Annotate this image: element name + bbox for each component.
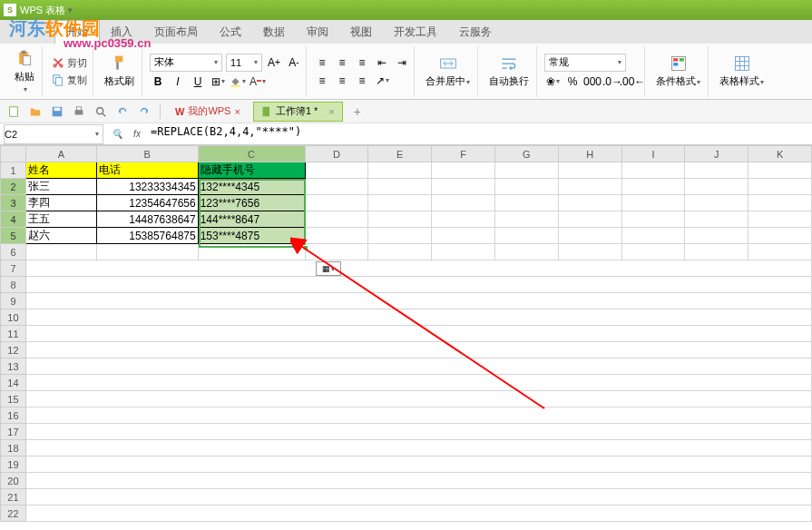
redo-button[interactable]: [136, 103, 152, 120]
cell[interactable]: [368, 228, 432, 244]
cell[interactable]: 13233334345: [96, 179, 198, 195]
cell[interactable]: [621, 244, 685, 260]
row-header[interactable]: 3: [1, 195, 26, 211]
indent-dec-button[interactable]: ⇤: [374, 54, 390, 71]
inc-decimal-button[interactable]: .0→: [604, 74, 621, 90]
cell[interactable]: [305, 228, 368, 244]
cell[interactable]: [558, 211, 621, 228]
select-all-corner[interactable]: [1, 146, 26, 162]
cut-button[interactable]: 剪切: [50, 55, 89, 71]
row-header[interactable]: 15: [1, 391, 26, 407]
cell[interactable]: 12354647656: [96, 195, 198, 211]
menu-cloud[interactable]: 云服务: [448, 21, 503, 44]
decrease-font-button[interactable]: A-: [286, 54, 302, 71]
cell[interactable]: [305, 211, 368, 228]
cell[interactable]: [748, 228, 812, 244]
col-header-I[interactable]: I: [621, 146, 685, 162]
formula-input[interactable]: =REPLACE(B2,4,4,"****"): [147, 125, 812, 143]
cell[interactable]: [558, 228, 621, 244]
fx-search-icon[interactable]: 🔍: [109, 126, 125, 142]
row-header[interactable]: 1: [1, 162, 26, 179]
cell[interactable]: [368, 244, 432, 260]
undo-button[interactable]: [114, 103, 131, 120]
comma-button[interactable]: 000: [584, 74, 601, 90]
cell[interactable]: [494, 195, 558, 211]
cell[interactable]: [305, 162, 368, 179]
cell[interactable]: [25, 293, 811, 309]
row-header[interactable]: 10: [1, 309, 26, 326]
align-top-button[interactable]: ≡: [314, 54, 330, 71]
cell[interactable]: [558, 179, 621, 195]
row-header[interactable]: 12: [1, 342, 26, 358]
row-header[interactable]: 14: [1, 375, 26, 391]
copy-button[interactable]: 复制: [50, 73, 89, 88]
menu-layout[interactable]: 页面布局: [143, 21, 209, 44]
tab-my-wps[interactable]: W 我的WPS ×: [168, 102, 248, 122]
close-icon[interactable]: ×: [328, 106, 334, 117]
preview-button[interactable]: [93, 103, 109, 120]
row-header[interactable]: 18: [1, 440, 26, 456]
cell[interactable]: [368, 211, 432, 228]
cell[interactable]: [25, 456, 811, 473]
cell[interactable]: [25, 277, 811, 293]
cell[interactable]: [25, 473, 811, 489]
cell[interactable]: [748, 211, 812, 228]
cell[interactable]: [25, 407, 811, 424]
indent-inc-button[interactable]: ⇥: [394, 54, 410, 71]
menu-dev[interactable]: 开发工具: [383, 21, 448, 44]
sheet-area[interactable]: A B C D E F G H I J K 1姓名电话隐藏手机号 2张三1323…: [0, 145, 812, 530]
cell[interactable]: 王五: [25, 211, 96, 228]
table-style-button[interactable]: 表格样式▾: [712, 46, 771, 97]
cell[interactable]: [621, 228, 685, 244]
cell[interactable]: 153****4875: [198, 228, 305, 244]
col-header-K[interactable]: K: [748, 146, 812, 162]
format-painter-button[interactable]: 格式刷: [97, 46, 142, 97]
cell[interactable]: 123****7656: [198, 195, 305, 211]
cell[interactable]: [685, 179, 748, 195]
cell[interactable]: [25, 505, 811, 522]
align-center-button[interactable]: ≡: [334, 73, 350, 89]
col-header-E[interactable]: E: [368, 146, 432, 162]
italic-button[interactable]: I: [170, 74, 186, 90]
cell[interactable]: [25, 342, 811, 358]
cell[interactable]: [494, 211, 558, 228]
row-header[interactable]: 11: [1, 326, 26, 342]
cell[interactable]: [494, 228, 558, 244]
increase-font-button[interactable]: A+: [266, 54, 282, 71]
cell[interactable]: [25, 244, 96, 260]
font-name-select[interactable]: 宋体▾: [150, 54, 222, 72]
row-header[interactable]: 6: [1, 244, 26, 260]
font-color-button[interactable]: A▾: [249, 74, 266, 90]
cell[interactable]: [621, 211, 685, 228]
row-header[interactable]: 4: [1, 211, 26, 228]
percent-button[interactable]: %: [564, 74, 581, 90]
menu-review[interactable]: 审阅: [296, 21, 339, 44]
close-icon[interactable]: ×: [234, 106, 240, 117]
cell[interactable]: [494, 162, 558, 179]
cell[interactable]: 14487638647: [96, 211, 198, 228]
row-header[interactable]: 20: [1, 473, 26, 489]
cell[interactable]: [685, 228, 748, 244]
cell[interactable]: [432, 179, 495, 195]
cell[interactable]: [25, 489, 811, 505]
merge-center-button[interactable]: 合并居中▾: [418, 46, 478, 97]
open-button[interactable]: [27, 103, 44, 120]
add-tab-button[interactable]: +: [354, 104, 361, 119]
border-button[interactable]: ⊞▾: [210, 74, 226, 90]
orient-button[interactable]: ↗▾: [374, 73, 390, 89]
cell[interactable]: [748, 195, 812, 211]
cell[interactable]: 姓名: [25, 162, 96, 179]
row-header[interactable]: 8: [1, 277, 26, 293]
cell[interactable]: [25, 391, 811, 407]
cell[interactable]: 144****8647: [198, 211, 305, 228]
cell[interactable]: [25, 326, 811, 342]
cell[interactable]: [305, 195, 368, 211]
cell[interactable]: [432, 244, 495, 260]
name-box[interactable]: C2▾: [4, 124, 103, 144]
cell[interactable]: 隐藏手机号: [198, 162, 305, 179]
cell[interactable]: [621, 162, 685, 179]
cell[interactable]: [558, 162, 621, 179]
font-size-select[interactable]: 11▾: [226, 54, 262, 72]
cell[interactable]: [558, 244, 621, 260]
align-left-button[interactable]: ≡: [314, 73, 330, 89]
